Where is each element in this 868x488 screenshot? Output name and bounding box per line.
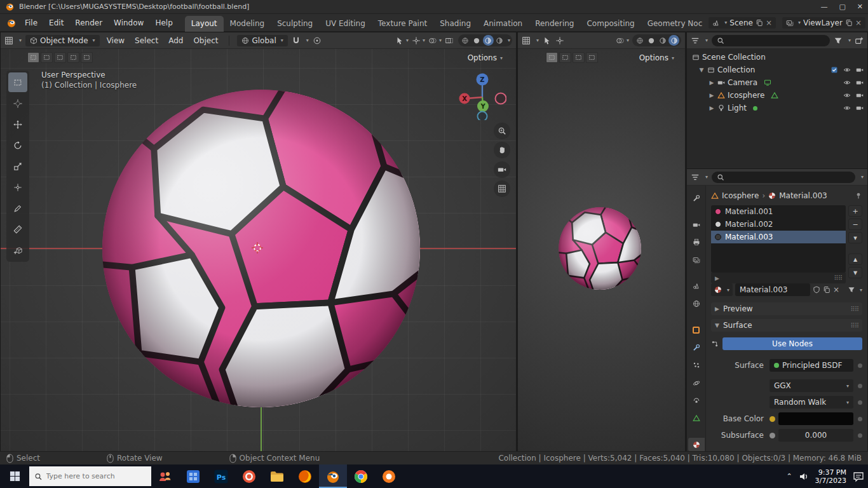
menu-help[interactable]: Help xyxy=(149,17,178,29)
camera-render-icon[interactable] xyxy=(856,66,864,74)
pin-icon[interactable] xyxy=(855,192,862,200)
properties-search[interactable] xyxy=(712,172,855,183)
grip-icon[interactable]: ⠿⠿ xyxy=(834,274,842,281)
blender-menu-logo-icon[interactable] xyxy=(6,18,17,28)
maximize-button[interactable]: ▢ xyxy=(839,3,845,11)
select-visibility-icon[interactable] xyxy=(395,36,404,45)
preview-canvas[interactable]: Options ▾ xyxy=(518,49,685,451)
select-visibility-icon[interactable] xyxy=(543,36,552,45)
tool-transform[interactable] xyxy=(8,177,27,197)
viewport-canvas[interactable]: Options ▾ User Perspective (1) Collectio… xyxy=(1,49,516,451)
menu-view[interactable]: View xyxy=(104,34,128,47)
tab-shading[interactable]: Shading xyxy=(433,16,477,32)
start-button[interactable] xyxy=(0,464,29,488)
select-invert-button[interactable] xyxy=(586,52,598,63)
properties-search-input[interactable] xyxy=(728,173,850,181)
tab-physics[interactable] xyxy=(688,376,705,390)
unlink-icon[interactable]: × xyxy=(855,18,862,27)
copy-icon[interactable] xyxy=(756,19,763,27)
task-view-people-icon[interactable] xyxy=(151,464,179,488)
tab-uv-editing[interactable]: UV Editing xyxy=(319,16,372,32)
select-invert-button[interactable] xyxy=(67,52,79,63)
disclosure-icon[interactable]: ▶ xyxy=(709,79,715,86)
tool-add-cube[interactable] xyxy=(8,240,27,260)
taskbar-clock[interactable]: 9:37 PM 3/7/2023 xyxy=(815,468,846,485)
overlays-icon[interactable] xyxy=(616,36,625,45)
shading-wireframe-button[interactable] xyxy=(634,35,645,46)
blender-taskbar-icon[interactable] xyxy=(319,464,347,488)
editor-type-icon[interactable] xyxy=(691,36,700,45)
fake-user-shield-icon[interactable] xyxy=(813,286,820,294)
slot-material-002[interactable]: Material.002 xyxy=(711,218,846,231)
browser-icon[interactable] xyxy=(235,464,263,488)
view-layer-selector[interactable]: ▾ ViewLayer × xyxy=(782,17,865,29)
tree-item-scene-collection[interactable]: Scene Collection xyxy=(688,51,866,64)
tree-item-camera[interactable]: ▶ Camera xyxy=(688,76,866,89)
tool-annotate[interactable] xyxy=(8,198,27,218)
tab-world[interactable] xyxy=(688,297,705,311)
select-set-button[interactable] xyxy=(27,52,39,63)
perspective-toggle-button[interactable] xyxy=(494,180,510,197)
app-tile-icon[interactable] xyxy=(179,464,207,488)
tool-move[interactable] xyxy=(8,114,27,134)
sss-method-dropdown[interactable]: Random Walk ▾ xyxy=(770,396,853,409)
eye-icon[interactable] xyxy=(843,66,851,74)
pan-hand-button[interactable] xyxy=(494,142,510,158)
tool-rotate[interactable] xyxy=(8,135,27,155)
select-subtract-button[interactable] xyxy=(573,52,585,63)
options-dropdown[interactable]: Options ▾ xyxy=(635,52,679,64)
disclosure-icon[interactable]: ▶ xyxy=(709,105,715,111)
expand-icon[interactable]: ▶ xyxy=(715,275,719,281)
add-slot-button[interactable]: + xyxy=(848,205,862,217)
close-button[interactable]: ✕ xyxy=(857,3,863,11)
breadcrumb-material[interactable]: Material.003 xyxy=(779,191,827,200)
tool-scale[interactable] xyxy=(8,156,27,176)
base-color-swatch[interactable] xyxy=(778,412,853,425)
tool-cursor[interactable] xyxy=(8,93,27,113)
shading-material-button[interactable] xyxy=(483,35,494,46)
navigation-gizmo[interactable]: Z X Y xyxy=(458,72,506,122)
tab-constraints[interactable] xyxy=(688,394,705,407)
preview-section-header[interactable]: ▶ Preview ⠿⠿ xyxy=(711,302,862,315)
outliner-search[interactable] xyxy=(712,35,830,46)
menu-add[interactable]: Add xyxy=(165,34,186,47)
tab-compositing[interactable]: Compositing xyxy=(580,16,641,32)
tab-view-layer[interactable] xyxy=(688,254,705,267)
minimize-button[interactable]: — xyxy=(820,3,827,11)
disclosure-icon[interactable]: ▶ xyxy=(709,92,715,98)
tool-box-select[interactable] xyxy=(8,72,27,92)
remove-slot-button[interactable]: − xyxy=(848,219,862,230)
distribution-dropdown[interactable]: GGX ▾ xyxy=(770,379,853,392)
tab-particles[interactable] xyxy=(688,359,705,372)
use-nodes-button[interactable]: Use Nodes xyxy=(722,337,862,350)
camera-view-button[interactable] xyxy=(494,161,510,178)
shading-material-button[interactable] xyxy=(657,35,668,46)
options-dropdown[interactable]: Options ▾ xyxy=(463,52,507,64)
eye-icon[interactable] xyxy=(843,104,851,112)
file-explorer-icon[interactable] xyxy=(263,464,291,488)
gizmos-icon[interactable] xyxy=(412,36,421,45)
tree-item-collection[interactable]: ▼ Collection xyxy=(688,64,866,76)
move-slot-down-button[interactable]: ▼ xyxy=(848,267,862,278)
volume-icon[interactable] xyxy=(799,471,809,482)
overlays-icon[interactable] xyxy=(428,36,437,45)
camera-render-icon[interactable] xyxy=(856,92,864,99)
checkbox-icon[interactable] xyxy=(831,66,838,74)
editor-type-icon[interactable] xyxy=(691,173,700,182)
tab-modeling[interactable]: Modeling xyxy=(224,16,271,32)
camera-render-icon[interactable] xyxy=(856,79,864,86)
new-collection-icon[interactable] xyxy=(855,36,864,45)
menu-window[interactable]: Window xyxy=(108,17,149,29)
filter-icon[interactable] xyxy=(834,36,843,45)
menu-object[interactable]: Object xyxy=(190,34,221,47)
tree-item-light[interactable]: ▶ Light xyxy=(688,102,866,114)
material-name-field[interactable]: Material.003 xyxy=(735,283,810,296)
editor-type-icon[interactable] xyxy=(522,36,531,45)
eye-icon[interactable] xyxy=(843,92,851,99)
select-intersect-button[interactable] xyxy=(81,52,93,63)
copy-icon[interactable] xyxy=(845,19,853,27)
eye-icon[interactable] xyxy=(843,79,851,86)
xray-toggle-icon[interactable] xyxy=(445,36,454,45)
tab-animation[interactable]: Animation xyxy=(477,16,529,32)
tree-item-icosphere[interactable]: ▶ Icosphere xyxy=(688,89,866,102)
